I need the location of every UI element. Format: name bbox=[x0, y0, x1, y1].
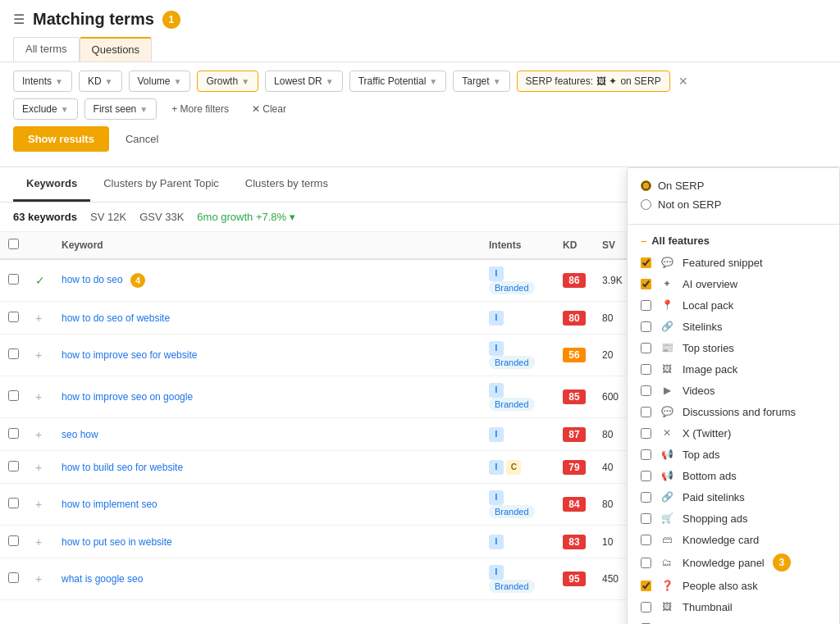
feature-checkbox[interactable] bbox=[641, 602, 651, 613]
th-intents[interactable]: Intents bbox=[481, 232, 555, 259]
radio-not-on-serp-input[interactable] bbox=[641, 199, 651, 210]
feature-checkbox[interactable] bbox=[641, 581, 651, 591]
keyword-link[interactable]: how to do seo of website bbox=[62, 312, 170, 324]
tab-clusters-terms[interactable]: Clusters by terms bbox=[232, 167, 341, 202]
add-icon[interactable]: + bbox=[35, 461, 42, 474]
radio-on-serp-input[interactable] bbox=[641, 180, 651, 191]
filter-exclude[interactable]: Exclude ▼ bbox=[13, 98, 78, 120]
keyword-link[interactable]: how to build seo for website bbox=[62, 462, 183, 473]
filter-lowest-dr[interactable]: Lowest DR ▼ bbox=[265, 71, 343, 92]
feature-checkbox[interactable] bbox=[641, 535, 651, 545]
clear-button[interactable]: ✕ Clear bbox=[244, 99, 294, 119]
add-icon[interactable]: + bbox=[35, 535, 42, 549]
feature-icon: ▶ bbox=[660, 383, 674, 398]
add-icon[interactable]: + bbox=[35, 428, 42, 441]
feature-checkbox[interactable] bbox=[641, 558, 651, 568]
feature-item[interactable]: 🗃 Knowledge card bbox=[628, 529, 839, 550]
keyword-link[interactable]: what is google seo bbox=[62, 573, 143, 585]
feature-checkbox[interactable] bbox=[641, 364, 651, 375]
radio-on-serp[interactable]: On SERP bbox=[641, 176, 826, 195]
growth-stat[interactable]: 6mo growth +7.8% ▾ bbox=[197, 211, 294, 223]
feature-item[interactable]: ▶ Videos bbox=[628, 380, 839, 401]
feature-item[interactable]: 🔗 Sitelinks bbox=[628, 316, 839, 337]
kd-badge: 80 bbox=[563, 311, 586, 326]
row-checkbox[interactable] bbox=[8, 348, 19, 359]
add-icon[interactable]: + bbox=[35, 390, 42, 403]
feature-item[interactable]: 📍 Local pack bbox=[628, 294, 839, 316]
feature-item[interactable]: 💬 Discussions and forums bbox=[628, 401, 839, 422]
row-checkbox[interactable] bbox=[8, 312, 19, 322]
keyword-link[interactable]: how to put seo in website bbox=[62, 536, 172, 548]
feature-item[interactable]: 📢 Bottom ads bbox=[628, 465, 839, 486]
feature-item[interactable]: 💬 Featured snippet bbox=[628, 252, 839, 273]
feature-checkbox[interactable] bbox=[641, 407, 651, 417]
row-checkbox[interactable] bbox=[8, 535, 19, 546]
keyword-link[interactable]: how to implement seo bbox=[62, 499, 158, 510]
feature-checkbox[interactable] bbox=[641, 513, 651, 524]
feature-item[interactable]: 🗂 Knowledge panel 3 bbox=[628, 550, 839, 575]
filter-growth[interactable]: Growth ▼ bbox=[197, 71, 258, 92]
feature-item[interactable]: ✕ X (Twitter) bbox=[628, 422, 839, 444]
row-checkbox-cell bbox=[0, 484, 27, 526]
feature-item[interactable]: 🛒 Shopping ads bbox=[628, 508, 839, 529]
feature-checkbox[interactable] bbox=[641, 279, 651, 289]
feature-checkbox[interactable] bbox=[641, 428, 651, 439]
feature-item[interactable]: 🔗 Paid sitelinks bbox=[628, 486, 839, 508]
feature-checkbox[interactable] bbox=[641, 300, 651, 311]
show-results-button[interactable]: Show results bbox=[13, 126, 109, 152]
feature-item[interactable]: 🖼 Image pack bbox=[628, 358, 839, 380]
feature-item[interactable]: 🖼 Thumbnail bbox=[628, 596, 839, 617]
serp-close-button[interactable]: ✕ bbox=[677, 75, 690, 88]
serp-features-filter[interactable]: SERP features: 🖼 ✦ on SERP bbox=[517, 71, 670, 92]
tab-clusters-parent[interactable]: Clusters by Parent Topic bbox=[90, 167, 232, 202]
th-keyword[interactable]: Keyword bbox=[53, 232, 481, 259]
tab-questions[interactable]: Questions bbox=[80, 37, 153, 61]
cancel-button[interactable]: Cancel bbox=[116, 126, 168, 152]
keyword-link[interactable]: how to do seo bbox=[62, 274, 123, 285]
keyword-link[interactable]: how to improve seo on google bbox=[62, 391, 193, 403]
tab-all-terms[interactable]: All terms bbox=[13, 37, 80, 61]
feature-item[interactable]: ✦ AI overview bbox=[628, 273, 839, 294]
arrow-icon: ▼ bbox=[174, 77, 182, 86]
filter-intents[interactable]: Intents ▼ bbox=[13, 71, 72, 92]
row-checkbox[interactable] bbox=[8, 274, 19, 285]
row-checkbox[interactable] bbox=[8, 390, 19, 401]
feature-checkbox[interactable] bbox=[641, 343, 651, 353]
feature-item[interactable]: ❓ People also ask bbox=[628, 575, 839, 596]
feature-checkbox[interactable] bbox=[641, 385, 651, 396]
feature-item[interactable]: ▶ Video preview bbox=[628, 617, 839, 624]
add-icon[interactable]: + bbox=[35, 498, 42, 511]
tab-keywords[interactable]: Keywords bbox=[13, 167, 90, 202]
feature-checkbox[interactable] bbox=[641, 492, 651, 503]
feature-item[interactable]: 📰 Top stories bbox=[628, 337, 839, 358]
row-keyword: how to do seo 4 bbox=[53, 259, 481, 302]
filter-traffic-potential[interactable]: Traffic Potential ▼ bbox=[349, 71, 447, 92]
row-checkbox[interactable] bbox=[8, 498, 19, 508]
add-icon[interactable]: + bbox=[35, 312, 42, 325]
add-icon[interactable]: + bbox=[35, 348, 42, 362]
radio-not-on-serp[interactable]: Not on SERP bbox=[641, 195, 826, 214]
row-intents: I Branded bbox=[481, 335, 555, 376]
filter-target[interactable]: Target ▼ bbox=[453, 71, 509, 92]
hamburger-icon[interactable]: ☰ bbox=[13, 11, 25, 27]
feature-item[interactable]: 📢 Top ads bbox=[628, 444, 839, 465]
filter-first-seen[interactable]: First seen ▼ bbox=[84, 98, 158, 120]
feature-checkbox[interactable] bbox=[641, 449, 651, 460]
feature-icon: 🔗 bbox=[660, 490, 674, 504]
row-checkbox[interactable] bbox=[8, 428, 19, 439]
intent-badge: I bbox=[489, 341, 504, 356]
more-filters-button[interactable]: + More filters bbox=[163, 99, 237, 119]
keyword-link[interactable]: seo how bbox=[62, 429, 98, 440]
row-checkbox[interactable] bbox=[8, 461, 19, 471]
filter-kd[interactable]: KD ▼ bbox=[79, 71, 122, 92]
row-checkbox[interactable] bbox=[8, 572, 19, 583]
feature-checkbox[interactable] bbox=[641, 257, 651, 268]
select-all-checkbox[interactable] bbox=[8, 239, 19, 249]
feature-checkbox[interactable] bbox=[641, 321, 651, 332]
keyword-link[interactable]: how to improve seo for website bbox=[62, 349, 197, 361]
add-icon[interactable]: + bbox=[35, 572, 42, 585]
feature-checkbox[interactable] bbox=[641, 471, 651, 481]
th-kd[interactable]: KD bbox=[555, 232, 594, 259]
sv-stat: SV 12K bbox=[90, 211, 126, 223]
filter-volume[interactable]: Volume ▼ bbox=[129, 71, 191, 92]
